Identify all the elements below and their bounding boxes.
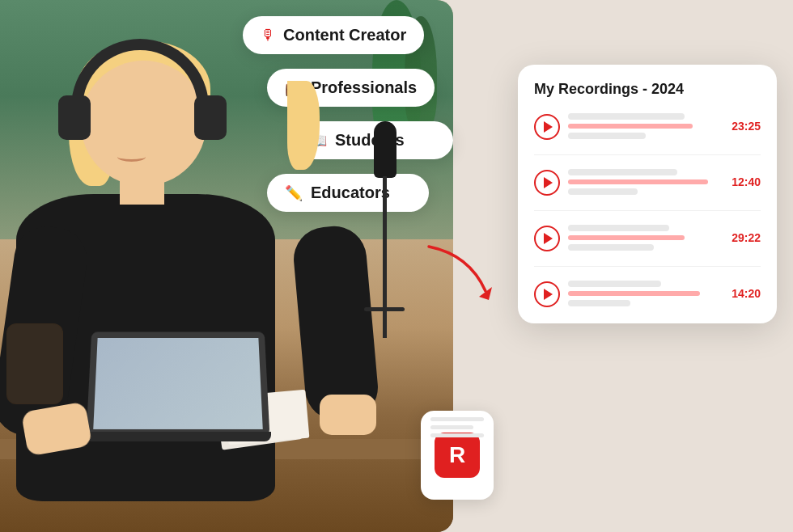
recording-time-4: 14:20 <box>732 287 761 300</box>
rec-line-3b <box>568 235 685 240</box>
recording-lines-1 <box>568 113 723 139</box>
headphone-right <box>194 95 227 140</box>
recordings-title: My Recordings - 2024 <box>534 81 761 98</box>
rec-line-4c <box>568 300 630 306</box>
rec-line-4a <box>568 281 661 287</box>
mic-stand <box>383 176 387 338</box>
recording-info-2 <box>568 169 723 195</box>
mic-icon: 🎙 <box>261 27 275 44</box>
rec-line-2c <box>568 188 638 195</box>
recording-item-4: 14:20 <box>534 280 761 307</box>
rec-line-2a <box>568 169 677 175</box>
play-triangle-2 <box>544 177 553 188</box>
person-neck <box>120 176 164 205</box>
divider-3 <box>534 266 761 267</box>
play-button-1[interactable] <box>534 114 560 140</box>
badge-doc-lines <box>430 417 484 441</box>
laptop-base <box>85 432 271 441</box>
recording-info-1 <box>568 113 723 139</box>
recording-lines-3 <box>568 225 723 251</box>
play-triangle-3 <box>544 233 553 244</box>
person-smile <box>117 152 146 162</box>
play-triangle-1 <box>544 121 553 133</box>
doc-line-3 <box>430 433 484 437</box>
person-hair-right <box>287 81 320 170</box>
divider-2 <box>534 210 761 211</box>
doc-line-1 <box>430 417 484 421</box>
recording-info-3 <box>568 225 723 251</box>
mic-arm <box>364 307 405 311</box>
rec-line-4b <box>568 291 700 296</box>
pill-content-creator[interactable]: 🎙 Content Creator <box>243 16 424 54</box>
recording-lines-4 <box>568 281 723 306</box>
laptop-screen <box>87 332 270 437</box>
pencil-icon: ✏️ <box>285 184 303 202</box>
scene: 🎙 Content Creator 💼 Professionals 📖 Stud… <box>0 0 793 532</box>
recording-item-3: 29:22 <box>534 224 761 251</box>
pills-container: 🎙 Content Creator 💼 Professionals 📖 Stud… <box>243 16 453 226</box>
arrow-decoration <box>421 239 502 303</box>
mic-head <box>374 121 396 178</box>
play-button-2[interactable] <box>534 170 560 196</box>
doc-line-2 <box>430 425 473 429</box>
recording-time-3: 29:22 <box>732 231 761 244</box>
play-button-3[interactable] <box>534 226 560 251</box>
recording-item-2: 12:40 <box>534 168 761 196</box>
recording-time-1: 23:25 <box>732 120 761 133</box>
rec-line-1b <box>568 124 693 129</box>
recordings-card: My Recordings - 2024 23:25 <box>518 65 777 323</box>
play-triangle-4 <box>544 289 553 300</box>
pill-label-content-creator: Content Creator <box>283 26 406 44</box>
rec-line-3a <box>568 225 669 231</box>
pill-educators[interactable]: ✏️ Educators <box>267 174 429 212</box>
headphone-left <box>58 95 91 140</box>
rec-line-1a <box>568 113 685 120</box>
person-tattoo <box>6 323 63 404</box>
bottom-badge: R <box>421 411 494 500</box>
rec-line-1c <box>568 133 646 139</box>
divider-1 <box>534 154 761 155</box>
person-hand-right <box>320 395 376 435</box>
recording-lines-2 <box>568 169 723 195</box>
recording-info-4 <box>568 281 723 306</box>
rec-line-2b <box>568 179 708 184</box>
play-button-4[interactable] <box>534 281 560 307</box>
pill-label-professionals: Professionals <box>311 78 417 97</box>
recording-item-1: 23:25 <box>534 112 761 140</box>
r-letter: R <box>449 442 465 468</box>
pill-label-educators: Educators <box>311 184 390 202</box>
recording-time-2: 12:40 <box>732 175 761 188</box>
rec-line-3c <box>568 244 654 251</box>
